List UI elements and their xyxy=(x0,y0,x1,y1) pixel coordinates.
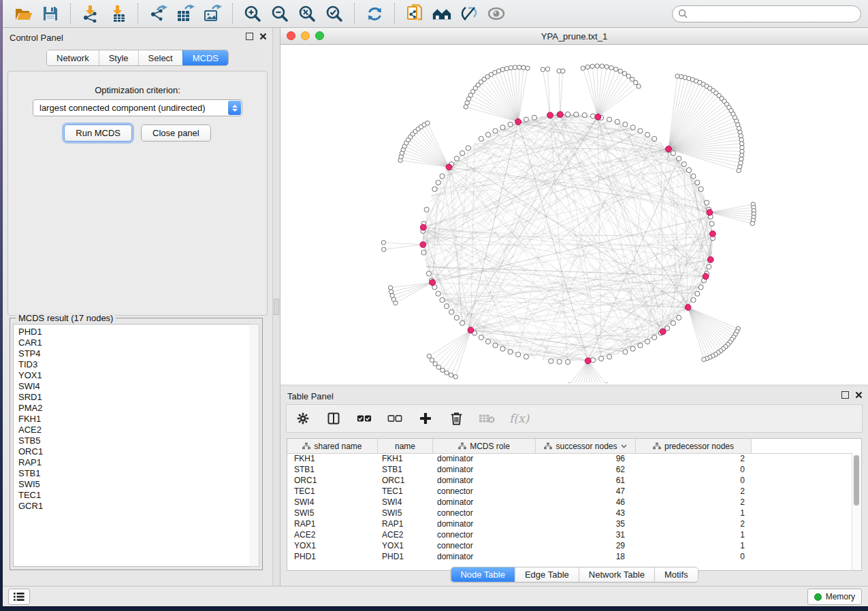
mcds-list-scrollbar[interactable] xyxy=(249,324,259,567)
import-table-button[interactable] xyxy=(108,3,128,24)
hide-selected-button[interactable] xyxy=(459,3,479,24)
delete-columns-button[interactable] xyxy=(448,410,464,427)
mcds-result-item[interactable]: YOX1 xyxy=(18,370,249,381)
clone-network-button[interactable] xyxy=(404,3,425,24)
mcds-result-item[interactable]: FKH1 xyxy=(18,414,249,425)
table-row[interactable]: PHD1PHD1dominator180 xyxy=(287,551,852,562)
tab-style[interactable]: Style xyxy=(99,50,138,65)
table-row[interactable]: RAP1RAP1dominator352 xyxy=(287,518,852,529)
table-cell: YOX1 xyxy=(378,541,433,550)
table-row[interactable]: SWI4SWI4dominator462 xyxy=(287,497,852,508)
tab-motifs[interactable]: Motifs xyxy=(654,567,698,582)
table-toolbar: f(x) xyxy=(286,404,863,433)
zoom-window-button[interactable] xyxy=(315,31,324,40)
run-mcds-button[interactable]: Run MCDS xyxy=(64,125,132,142)
mcds-result-item[interactable]: GCR1 xyxy=(18,501,249,512)
mcds-result-item[interactable]: STP4 xyxy=(18,348,249,359)
table-row[interactable]: ORC1ORC1dominator610 xyxy=(287,475,852,486)
vertical-splitter[interactable] xyxy=(272,28,280,587)
search-input[interactable] xyxy=(691,8,855,20)
table-row[interactable]: TEC1TEC1connector472 xyxy=(287,486,852,497)
memory-button[interactable]: Memory xyxy=(807,589,862,605)
export-network-button[interactable] xyxy=(148,3,168,24)
tab-edge-table[interactable]: Edge Table xyxy=(515,567,579,582)
table-cell: SWI4 xyxy=(287,497,378,507)
network-canvas[interactable] xyxy=(280,45,868,384)
deselect-all-rows-button[interactable] xyxy=(387,410,403,427)
column-header-successor-nodes[interactable]: successor nodes xyxy=(536,439,636,453)
table-scrollbar[interactable] xyxy=(852,453,861,570)
select-all-rows-button[interactable] xyxy=(356,410,372,427)
tab-mcds[interactable]: MCDS xyxy=(182,50,228,65)
tab-network[interactable]: Network xyxy=(47,50,99,65)
mcds-result-group: MCDS result (17 nodes) PHD1CAR1STP4TID3Y… xyxy=(10,318,263,570)
show-hidden-button[interactable] xyxy=(486,3,507,24)
import-network-button[interactable] xyxy=(80,3,101,24)
toolbar-separator xyxy=(232,3,233,24)
float-panel-icon[interactable] xyxy=(246,33,253,40)
table-cell: PHD1 xyxy=(287,552,378,561)
close-panel-icon[interactable] xyxy=(855,391,863,399)
mcds-result-item[interactable]: ACE2 xyxy=(18,425,249,435)
network-window-titlebar[interactable]: YPA_prune.txt_1 xyxy=(280,28,868,45)
task-history-button[interactable] xyxy=(8,589,30,605)
mcds-result-item[interactable]: SWI5 xyxy=(18,479,249,490)
splitter-grip[interactable] xyxy=(274,299,279,315)
table-row[interactable]: SWI5SWI5connector431 xyxy=(287,508,852,518)
table-row[interactable]: ACE2ACE2connector311 xyxy=(287,529,852,540)
create-column-button[interactable] xyxy=(417,410,434,427)
table-scrollbar-thumb[interactable] xyxy=(854,455,859,506)
table-cell: 1 xyxy=(636,530,752,540)
mcds-result-item[interactable]: RAP1 xyxy=(18,457,249,468)
memory-label: Memory xyxy=(826,592,855,601)
tab-network-table[interactable]: Network Table xyxy=(579,567,654,582)
mcds-result-list: PHD1CAR1STP4TID3YOX1SWI4SRD1PMA2FKH1ACE2… xyxy=(13,324,250,567)
column-header-MCDS-role[interactable]: MCDS role xyxy=(433,439,536,453)
mcds-result-item[interactable]: PHD1 xyxy=(18,327,249,337)
mcds-result-item[interactable]: STB5 xyxy=(18,435,249,446)
toolbar-separator xyxy=(394,3,395,24)
refresh-layout-button[interactable] xyxy=(364,3,385,24)
save-session-button[interactable] xyxy=(40,3,61,24)
optimization-criterion-select[interactable]: largest connected component (undirected) xyxy=(33,99,242,116)
mcds-result-item[interactable]: SWI4 xyxy=(18,381,249,392)
column-header-predecessor-nodes[interactable]: predecessor nodes xyxy=(636,439,752,453)
table-cell: dominator xyxy=(433,454,536,463)
mcds-result-item[interactable]: PMA2 xyxy=(18,403,249,414)
export-image-button[interactable] xyxy=(202,3,223,24)
table-row[interactable]: YOX1YOX1connector291 xyxy=(287,540,852,551)
refresh-icon xyxy=(366,5,383,22)
float-panel-icon[interactable] xyxy=(841,391,849,399)
table-cell: dominator xyxy=(433,497,536,507)
network-graph[interactable] xyxy=(280,45,868,383)
table-row[interactable]: FKH1FKH1dominator962 xyxy=(287,453,852,464)
column-header-shared-name[interactable]: shared name xyxy=(287,439,378,453)
mcds-result-item[interactable]: TID3 xyxy=(18,359,249,370)
column-header-name[interactable]: name xyxy=(378,439,433,453)
mcds-result-item[interactable]: ORC1 xyxy=(18,446,249,457)
tab-select[interactable]: Select xyxy=(138,50,182,65)
mcds-hub-node xyxy=(430,280,436,286)
zoom-selected-button[interactable] xyxy=(324,3,344,24)
tab-node-table[interactable]: Node Table xyxy=(451,567,515,582)
mcds-result-item[interactable]: STB1 xyxy=(18,468,249,479)
close-panel-button[interactable]: Close panel xyxy=(141,125,211,142)
mcds-result-item[interactable]: TEC1 xyxy=(18,490,249,501)
export-table-button[interactable] xyxy=(175,3,195,24)
close-panel-icon[interactable] xyxy=(259,33,267,40)
show-network-overview-button[interactable] xyxy=(432,3,452,24)
zoom-in-button[interactable] xyxy=(242,3,263,24)
zoom-out-button[interactable] xyxy=(270,3,290,24)
minimize-window-button[interactable] xyxy=(301,31,310,40)
columns-icon xyxy=(327,412,340,425)
close-window-button[interactable] xyxy=(287,31,295,40)
mcds-hub-node xyxy=(420,242,426,248)
table-settings-button[interactable] xyxy=(295,410,311,427)
open-session-button[interactable] xyxy=(13,3,33,24)
zoom-fit-button[interactable] xyxy=(297,3,317,24)
table-row[interactable]: STB1STB1dominator620 xyxy=(287,464,852,475)
mcds-result-item[interactable]: CAR1 xyxy=(18,337,249,348)
clone-network-icon xyxy=(406,4,423,23)
show-columns-button[interactable] xyxy=(325,410,342,427)
mcds-result-item[interactable]: SRD1 xyxy=(18,392,249,403)
